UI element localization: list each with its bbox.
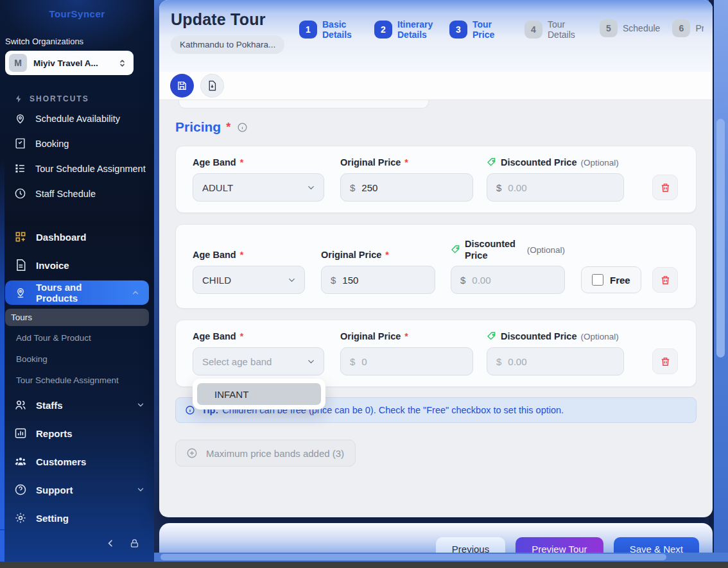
tag-icon <box>487 331 497 341</box>
scrolled-field-edge <box>178 100 429 108</box>
switch-organizations-label: Switch Organizations <box>5 37 154 46</box>
sidebar-item-booking[interactable]: Booking <box>0 131 154 156</box>
optional-label: (Optional) <box>580 158 618 168</box>
info-icon[interactable] <box>237 122 248 133</box>
age-band-label: Age Band <box>193 250 236 260</box>
price-band-row-adult: Age Band* ADULT Original Price* $ <box>175 146 697 213</box>
tag-icon <box>451 245 461 255</box>
horizontal-scrollbar-thumb[interactable] <box>160 554 666 560</box>
app-screen: TourSyncer Switch Organizations M Miyiv … <box>0 0 728 568</box>
currency-symbol: $ <box>496 182 501 193</box>
sidebar-item-tours-and-products[interactable]: Tours and Products <box>5 280 149 305</box>
original-price-input-new[interactable] <box>361 356 465 367</box>
step-schedule[interactable]: 5 Schedule <box>600 19 660 37</box>
discounted-price-label: Discounted Price <box>465 238 519 261</box>
trash-icon <box>660 275 671 286</box>
discounted-price-label: Discounted Price <box>501 157 576 168</box>
original-price-label: Original Price <box>340 331 401 341</box>
organization-selector[interactable]: M Miyiv Travel A... <box>5 51 134 75</box>
chevron-down-icon <box>306 357 316 366</box>
currency-symbol: $ <box>460 275 465 286</box>
shortcuts-header: SHORTCUTS <box>14 94 154 103</box>
invoice-document-icon <box>14 259 27 271</box>
currency-symbol: $ <box>496 356 501 367</box>
map-pin-icon <box>14 112 26 125</box>
wizard-stepper: 1 Basic Details 2 Itinerary Details 3 To… <box>299 10 704 72</box>
clock-icon <box>14 187 26 200</box>
sidebar-item-schedule-availability[interactable]: Schedule Availability <box>0 106 154 131</box>
export-file-button[interactable] <box>200 74 224 98</box>
sidebar-item-invoice[interactable]: Invoice <box>0 251 154 279</box>
organization-name: Miyiv Travel A... <box>33 58 111 68</box>
dashboard-grid-icon <box>14 230 27 243</box>
sidebar-subitem-tours[interactable]: Tours <box>5 309 149 326</box>
age-band-select-open[interactable]: Select age band <box>193 347 324 375</box>
reports-chart-icon <box>14 427 27 440</box>
trash-icon <box>660 356 671 367</box>
add-price-band-button-disabled[interactable]: Maximum price bands added (3) <box>175 440 356 467</box>
save-floppy-icon <box>177 80 187 91</box>
original-price-label: Original Price <box>340 157 401 168</box>
chevron-down-icon <box>287 275 297 285</box>
step-tour-price[interactable]: 3 Tour Price <box>449 19 512 40</box>
dropdown-option-infant[interactable]: INFANT <box>197 383 321 405</box>
sidebar-item-tour-schedule-assignment[interactable]: Tour Schedule Assignment <box>0 156 154 181</box>
tour-name-chip[interactable]: Kathmandu to Pokhara... <box>171 35 284 54</box>
step-basic-details[interactable]: 1 Basic Details <box>299 19 362 40</box>
discounted-price-input-adult[interactable] <box>508 182 616 193</box>
step-itinerary-details[interactable]: 2 Itinerary Details <box>374 19 437 40</box>
sidebar-item-setting[interactable]: Setting <box>0 504 154 532</box>
save-next-button[interactable]: Save & Next <box>614 537 699 554</box>
preview-tour-button[interactable]: Preview Tour <box>516 537 603 554</box>
page-title: Update Tour <box>171 10 290 29</box>
app-logo: TourSyncer <box>0 0 154 19</box>
age-band-select-adult[interactable]: ADULT <box>193 173 324 202</box>
vertical-scrollbar-thumb[interactable] <box>716 119 725 357</box>
sidebar-item-support[interactable]: Support <box>0 476 154 504</box>
sidebar-item-staffs[interactable]: Staffs <box>0 391 154 419</box>
staffs-users-icon <box>14 399 27 411</box>
lock-icon[interactable] <box>129 538 140 549</box>
card-header: Update Tour Kathmandu to Pokhara... 1 Ba… <box>159 0 713 72</box>
horizontal-scrollbar[interactable] <box>154 553 728 562</box>
updown-chevron-icon <box>117 58 127 68</box>
chevron-up-icon <box>131 288 140 297</box>
sidebar-subitem-booking[interactable]: Booking <box>5 349 154 370</box>
collapse-chevron-left-icon[interactable] <box>105 538 116 549</box>
vertical-scrollbar[interactable] <box>714 0 728 562</box>
sidebar-item-customers[interactable]: Customers <box>0 447 154 476</box>
original-price-input-child[interactable] <box>342 275 427 286</box>
delete-band-button[interactable] <box>652 175 678 200</box>
age-band-select-child[interactable]: CHILD <box>193 266 305 294</box>
info-icon <box>185 405 195 415</box>
free-checkbox[interactable] <box>592 274 603 286</box>
sidebar: TourSyncer Switch Organizations M Miyiv … <box>0 0 154 562</box>
sidebar-item-reports[interactable]: Reports <box>0 419 154 447</box>
price-band-row-child: Age Band* CHILD Original Price* $ <box>175 224 697 309</box>
discounted-price-input-new[interactable] <box>508 356 616 367</box>
sidebar-item-dashboard[interactable]: Dashboard <box>0 223 154 251</box>
save-button[interactable] <box>170 74 194 98</box>
plus-circle-icon <box>186 447 198 459</box>
step-preview[interactable]: 6 Preview <box>672 19 704 37</box>
currency-symbol: $ <box>331 275 336 286</box>
sidebar-footer <box>0 529 154 555</box>
optional-label: (Optional) <box>580 332 618 341</box>
bottom-bar <box>0 562 728 568</box>
original-price-input-adult[interactable] <box>361 182 465 193</box>
delete-band-button[interactable] <box>652 349 678 374</box>
previous-button[interactable]: Previous <box>436 537 505 554</box>
age-band-label: Age Band <box>193 331 236 341</box>
price-band-row-new: Age Band* Select age band INFANT Origina… <box>175 320 697 387</box>
step-tour-details[interactable]: 4 Tour Details <box>524 19 587 40</box>
chevron-down-icon <box>136 485 145 494</box>
free-checkbox-group[interactable]: Free <box>581 266 641 293</box>
sidebar-subitem-tour-schedule-assignment[interactable]: Tour Schedule Assignment <box>5 370 154 391</box>
delete-band-button[interactable] <box>652 267 678 293</box>
sidebar-item-staff-schedule[interactable]: Staff Schedule <box>0 181 154 206</box>
customers-group-icon <box>14 455 27 468</box>
organization-avatar: M <box>9 54 27 72</box>
sidebar-subitem-add-tour-product[interactable]: Add Tour & Product <box>5 327 154 349</box>
chevron-down-icon <box>306 183 316 193</box>
discounted-price-input-child[interactable] <box>472 275 557 286</box>
